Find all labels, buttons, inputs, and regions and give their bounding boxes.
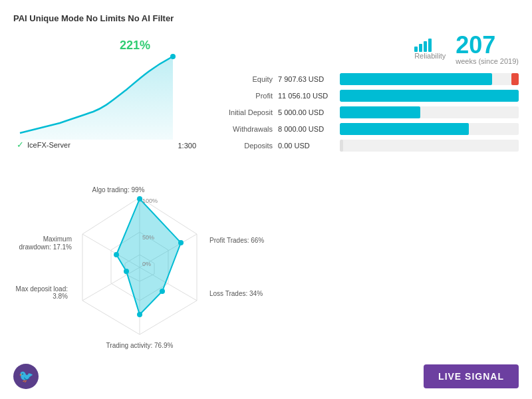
bar-fill-deposits	[340, 140, 343, 152]
bar4	[428, 39, 432, 52]
bar-label-initial-deposit: Initial Deposit	[213, 108, 273, 116]
stats-area: Reliability 207 weeks (since 2019) Equit…	[213, 33, 519, 156]
bar-row-withdrawals: Withdrawals 8 000.00 USD	[213, 123, 519, 135]
weeks-number: 207	[456, 33, 519, 57]
svg-point-12	[124, 269, 129, 274]
avatar-icon: 🐦	[19, 369, 33, 384]
bar-label-deposits: Deposits	[213, 142, 273, 150]
bar-track-profit	[340, 90, 519, 102]
reliability-label: Reliability	[414, 52, 446, 60]
avatar: 🐦	[13, 364, 39, 389]
label-max-deposit-load: Max deposit load:	[16, 285, 68, 293]
bar-row-equity: Equity 7 907.63 USD	[213, 73, 519, 85]
bar-row-deposits: Deposits 0.00 USD	[213, 140, 519, 152]
page-title: PAI Unique Mode No Limits No AI Filter	[13, 13, 519, 23]
bar-row-initial-deposit: Initial Deposit 5 000.00 USD	[213, 106, 519, 118]
label-loss-trades: Loss Trades: 34%	[209, 290, 263, 297]
weeks-section: 207 weeks (since 2019)	[456, 33, 519, 65]
bar-value-withdrawals: 8 000.00 USD	[278, 125, 334, 133]
bar-fill-equity	[340, 73, 492, 85]
line-chart	[13, 40, 200, 146]
bar-fill-profit	[340, 90, 519, 102]
bar-value-deposits: 0.00 USD	[278, 142, 334, 150]
check-icon: ✓	[17, 140, 24, 150]
bar-label-equity: Equity	[213, 75, 273, 83]
reliability-icon	[414, 39, 446, 52]
bar-value-equity: 7 907.63 USD	[278, 75, 334, 83]
svg-point-10	[160, 289, 165, 294]
scale-0: 0%	[142, 261, 151, 267]
svg-point-0	[170, 54, 176, 59]
bar2	[419, 44, 422, 52]
label-algo: Algo trading: 99%	[92, 186, 145, 194]
bottom-section: 100% 50% 0% Algo trading: 99% Profit Tra…	[13, 170, 519, 356]
bar-row-profit: Profit 11 056.10 USD	[213, 90, 519, 102]
server-info: ✓ IceFX-Server	[17, 140, 70, 150]
live-signal-button[interactable]: LIVE SIGNAL	[424, 364, 519, 388]
main-container: PAI Unique Mode No Limits No AI Filter 2…	[0, 0, 532, 399]
svg-point-11	[137, 312, 142, 317]
bar-rows: Equity 7 907.63 USD Profit 11 056.10 USD	[213, 73, 519, 152]
scale-100: 100%	[142, 198, 158, 204]
radar-chart: 100% 50% 0% Algo trading: 99% Profit Tra…	[13, 170, 266, 356]
svg-point-9	[178, 240, 184, 245]
weeks-label: weeks (since 2019)	[456, 57, 519, 65]
bar-fill-initial-deposit	[340, 106, 420, 118]
radar-area: 100% 50% 0% Algo trading: 99% Profit Tra…	[13, 170, 266, 356]
server-name: IceFX-Server	[27, 141, 70, 149]
svg-marker-7	[116, 199, 181, 315]
bar-track-initial-deposit	[340, 106, 519, 118]
top-section: 221% ✓ IceFX-Server 1:300	[13, 33, 519, 156]
bar-fill-withdrawals	[340, 123, 469, 135]
chart-area: 221% ✓ IceFX-Server 1:300	[13, 33, 200, 153]
leverage: 1:300	[178, 142, 196, 150]
bar-value-profit: 11 056.10 USD	[278, 92, 334, 100]
bar3	[424, 41, 427, 52]
bar1	[414, 47, 418, 52]
label-max-drawdown-2: drawdown: 17.1%	[19, 243, 72, 251]
bar-track-equity	[340, 73, 519, 85]
svg-point-13	[114, 252, 119, 257]
bar-track-withdrawals	[340, 123, 519, 135]
bar-fill-equity-red	[511, 73, 519, 85]
bar-value-initial-deposit: 5 000.00 USD	[278, 108, 334, 116]
footer: 🐦 LIVE SIGNAL	[13, 364, 519, 389]
label-trading-activity: Trading activity: 76.9%	[106, 342, 174, 349]
svg-point-8	[137, 196, 142, 201]
label-max-deposit-load-2: 3.8%	[53, 293, 68, 300]
bar-label-withdrawals: Withdrawals	[213, 125, 273, 133]
scale-50: 50%	[142, 234, 154, 241]
bar-track-deposits	[340, 140, 519, 152]
bar-label-profit: Profit	[213, 92, 273, 100]
label-profit-trades: Profit Trades: 66%	[209, 237, 264, 244]
label-max-drawdown: Maximum	[43, 235, 72, 243]
reliability-row: Reliability 207 weeks (since 2019)	[213, 33, 519, 65]
reliability-section: Reliability	[414, 39, 446, 60]
